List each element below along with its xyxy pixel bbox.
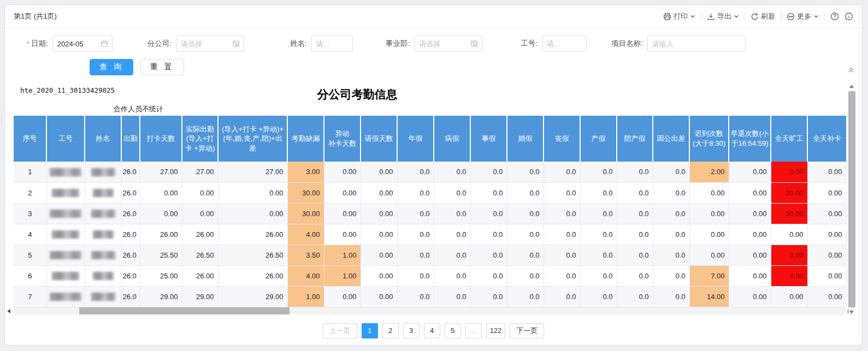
print-button[interactable]: 打印 (663, 11, 695, 21)
value-cell: 0.0 (434, 245, 470, 265)
top-toolbar: 第1页 (共1页) 打印 导出 刷新 更多 (5, 5, 862, 28)
employee-id-cell (46, 224, 85, 245)
project-input[interactable] (648, 40, 745, 48)
redacted-employee-name (93, 189, 114, 197)
page-button-4[interactable]: 4 (424, 323, 440, 338)
value-cell: 0.00 (361, 203, 397, 224)
horizontal-scroll-thumb[interactable] (79, 307, 290, 314)
employee-id-cell (46, 203, 85, 224)
value-cell: 27.00 (218, 162, 287, 182)
horizontal-scrollbar[interactable] (14, 307, 846, 314)
table-row: 326.00.000.000.0030.000.000.000.00.00.00… (14, 203, 846, 224)
date-label: 日期: (31, 39, 48, 49)
page-ellipsis-button[interactable]: ... (465, 323, 482, 338)
more-button[interactable]: 更多 (787, 11, 819, 21)
value-cell: 27.00 (182, 162, 218, 182)
next-page-button[interactable]: 下一页 (510, 323, 544, 338)
value-cell: 26.00 (218, 265, 287, 286)
value-cell: 0.00 (729, 203, 771, 224)
help-button[interactable] (830, 12, 839, 21)
vertical-scroll-thumb[interactable] (848, 91, 855, 307)
collapse-up-icon[interactable] (847, 66, 855, 76)
branch-select[interactable] (176, 40, 232, 48)
export-button[interactable]: 导出 (707, 11, 739, 21)
project-label: 项目名称: (611, 39, 643, 49)
value-cell: 26.50 (182, 245, 218, 265)
report-code: hte_2020_11_30133429025 (13, 82, 113, 94)
value-cell: 0.0 (397, 265, 434, 286)
column-header: 出勤 (121, 116, 140, 162)
printer-icon (663, 13, 671, 21)
report-content: hte_2020_11_30133429025 分公司考勤信息 合作人员不统计 … (5, 82, 862, 338)
value-cell: 0.0 (544, 265, 580, 286)
value-cell: 0.00 (771, 224, 807, 245)
prev-page-button[interactable]: 上一页 (323, 323, 357, 338)
highlighted-value-cell: 7.00 (689, 265, 729, 286)
value-cell: 0.00 (771, 286, 807, 307)
redacted-employee-name (91, 210, 115, 218)
page-button-122[interactable]: 122 (486, 323, 506, 338)
column-header: 陪产假 (617, 116, 653, 162)
page-button-2[interactable]: 2 (382, 323, 399, 338)
value-cell: 0.00 (140, 203, 182, 224)
value-cell: 0.0 (507, 245, 544, 265)
column-header: 早退次数(小于16:54:59) (729, 116, 771, 162)
refresh-button[interactable]: 刷新 (751, 11, 775, 21)
tree-select-icon[interactable] (232, 40, 240, 47)
alert-value-cell: 30.00 (771, 182, 807, 203)
page-button-1[interactable]: 1 (362, 323, 378, 338)
employee-name-cell (85, 162, 121, 182)
info-button[interactable] (845, 12, 853, 21)
page-button-5[interactable]: 5 (445, 323, 461, 338)
value-cell: 27.00 (140, 162, 182, 182)
column-header: 考勤缺漏 (287, 116, 324, 162)
column-header: 全天补卡 (807, 116, 846, 162)
value-cell: 0.0 (507, 182, 544, 203)
value-cell: 0.0 (470, 224, 507, 245)
redacted-employee-name (91, 251, 115, 259)
column-header: 姓名 (85, 116, 121, 162)
report-window: 第1页 (共1页) 打印 导出 刷新 更多 (4, 4, 863, 346)
value-cell: 0.00 (218, 182, 287, 203)
calendar-icon[interactable] (101, 40, 108, 47)
value-cell: 0.00 (324, 182, 361, 203)
value-cell: 0.0 (580, 265, 617, 286)
value-cell: 0.00 (807, 182, 846, 203)
highlighted-value-cell: 2.00 (689, 162, 729, 182)
division-select[interactable] (415, 40, 470, 48)
name-input[interactable] (312, 40, 352, 48)
scroll-left-arrow-icon[interactable] (7, 309, 10, 313)
scroll-up-arrow-icon[interactable] (849, 85, 854, 88)
reset-button[interactable]: 重 置 (140, 59, 184, 75)
column-header: 病假 (434, 116, 470, 162)
value-cell: 0.0 (470, 265, 507, 286)
value-cell: 26.0 (121, 245, 140, 265)
table-header-row: 序号工号姓名出勤打卡天数实际出勤(导入+打卡 +异动)(导入+打卡 +异动)+(… (14, 116, 846, 162)
value-cell: 0.00 (324, 286, 361, 307)
value-cell: 0.00 (807, 245, 846, 265)
scroll-down-arrow-icon[interactable] (849, 311, 854, 314)
value-cell: 0.0 (544, 162, 580, 182)
value-cell: 0.00 (689, 224, 729, 245)
toolbar-divider (781, 13, 781, 20)
value-cell: 0.0 (434, 182, 470, 203)
date-input[interactable] (53, 40, 101, 48)
value-cell: 0.0 (580, 182, 617, 203)
tree-select-icon[interactable] (470, 40, 478, 47)
empno-input[interactable] (542, 40, 586, 48)
toolbar-divider (701, 13, 701, 20)
value-cell: 0.0 (617, 265, 653, 286)
redacted-employee-id (52, 189, 79, 197)
table-row: 126.027.0027.0027.003.000.000.000.00.00.… (14, 162, 846, 182)
value-cell: 0.0 (470, 286, 507, 307)
vertical-scrollbar[interactable] (848, 82, 855, 316)
value-cell: 0.0 (470, 162, 507, 182)
toolbar-divider (824, 13, 825, 20)
column-header: 序号 (14, 116, 46, 162)
alert-value-cell: 3.00 (771, 162, 807, 182)
page-button-3[interactable]: 3 (403, 323, 420, 338)
column-header: 迟到次数(大于8:30) (689, 116, 729, 162)
query-button[interactable]: 查 询 (90, 59, 133, 75)
column-header: 全天旷工 (771, 116, 807, 162)
chevron-down-icon (690, 14, 695, 19)
